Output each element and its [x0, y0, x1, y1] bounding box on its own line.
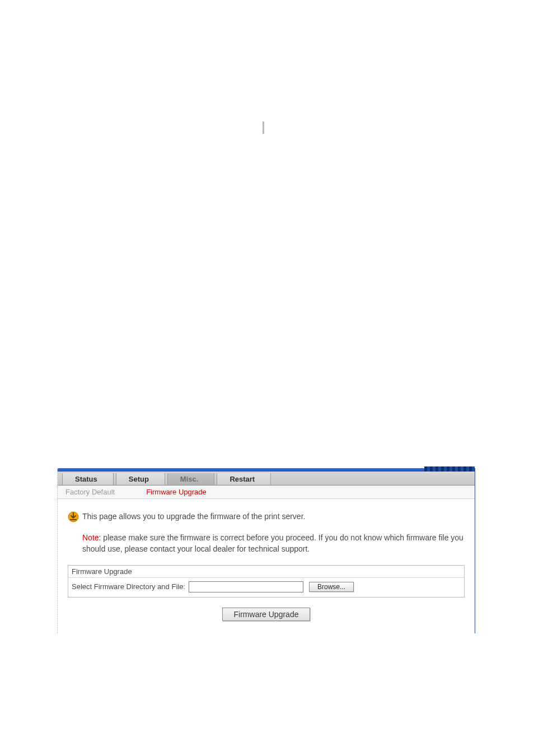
note-block: Note: please make sure the firmware is c… [82, 532, 465, 555]
download-icon [68, 511, 79, 524]
firmware-upgrade-button[interactable]: Firmware Upgrade [222, 608, 311, 621]
content-area: This page allows you to upgrade the firm… [58, 499, 475, 633]
tab-setup[interactable]: Setup [116, 473, 165, 485]
firmware-upgrade-panel: Status Setup Misc. Restart Factory Defau… [57, 468, 475, 633]
note-text: please make sure the firmware is correct… [82, 533, 463, 553]
firmware-upgrade-fieldset: Firmware Upgrade Select Firmware Directo… [68, 565, 465, 598]
text-cursor [263, 122, 264, 134]
browse-button[interactable]: Browse... [309, 582, 354, 592]
fieldset-title: Firmware Upgrade [68, 566, 464, 578]
submit-row: Firmware Upgrade [68, 598, 465, 627]
window-title-bar [58, 468, 475, 472]
sub-tabs: Factory Default Firmware Upgrade [58, 486, 475, 499]
main-tabs: Status Setup Misc. Restart [58, 472, 475, 486]
subtab-firmware-upgrade[interactable]: Firmware Upgrade [146, 488, 207, 496]
info-text: This page allows you to upgrade the firm… [82, 511, 305, 522]
tab-misc[interactable]: Misc. [167, 473, 215, 485]
file-select-label: Select Firmware Directory and File: [72, 582, 185, 591]
tab-restart[interactable]: Restart [217, 473, 271, 485]
file-path-input[interactable] [189, 581, 303, 592]
info-row: This page allows you to upgrade the firm… [68, 511, 465, 524]
subtab-factory-default[interactable]: Factory Default [65, 488, 115, 496]
note-label: Note: [82, 533, 101, 542]
file-select-row: Select Firmware Directory and File: Brow… [68, 578, 464, 597]
tab-status[interactable]: Status [62, 473, 114, 485]
